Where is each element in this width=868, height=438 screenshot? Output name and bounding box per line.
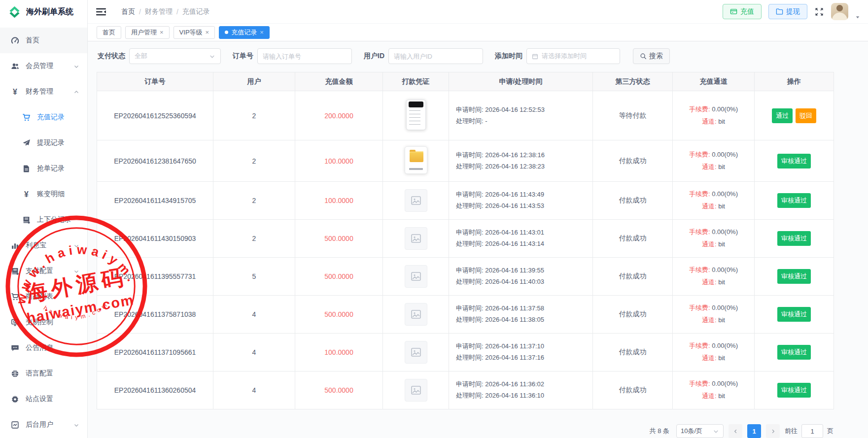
tab-vip-level[interactable]: VIP等级 bbox=[174, 26, 215, 39]
sidebar-item-admin-users[interactable]: 后台用户 bbox=[0, 412, 87, 438]
payment-voucher-thumbnail[interactable] bbox=[406, 100, 426, 130]
user-id: 5 bbox=[252, 272, 256, 280]
channel-value: bit bbox=[718, 316, 725, 324]
recharge-amount: 500.0000 bbox=[324, 386, 353, 394]
caret-down-icon[interactable] bbox=[855, 13, 860, 18]
action-success-button[interactable]: 审核通过 bbox=[777, 383, 811, 398]
action-warning-button[interactable]: 驳回 bbox=[796, 108, 816, 123]
chevron-down-icon bbox=[73, 422, 79, 428]
action-buttons: 审核通过 bbox=[755, 154, 833, 168]
search-button[interactable]: 搜索 bbox=[633, 48, 670, 64]
fee-label: 手续费: bbox=[689, 228, 710, 236]
payment-voucher-thumbnail[interactable] bbox=[405, 379, 427, 402]
sidebar-item-order-grab-records[interactable]: 抢单记录 bbox=[0, 156, 87, 181]
action-success-button[interactable]: 审核通过 bbox=[777, 307, 811, 322]
collapse-menu-icon[interactable] bbox=[96, 6, 106, 17]
process-time: 2026-04-16 11:37:16 bbox=[485, 354, 544, 361]
sidebar-item-members[interactable]: 会员管理 bbox=[0, 53, 87, 79]
image-placeholder-icon bbox=[405, 379, 427, 402]
close-icon[interactable] bbox=[160, 29, 164, 35]
sidebar-item-product-list[interactable]: 商品列表 bbox=[0, 284, 87, 309]
action-success-button[interactable]: 审核通过 bbox=[777, 154, 811, 168]
goto-page-input[interactable] bbox=[801, 424, 823, 438]
col-amount: 充值金额 bbox=[295, 72, 383, 91]
topbar-actions: 充值 提现 bbox=[723, 3, 860, 20]
recharge-table: 订单号 用户 充值金额 打款凭证 申请/处理时间 第三方状态 充值通道 操作 E… bbox=[88, 70, 868, 409]
payment-voucher-thumbnail[interactable] bbox=[405, 303, 427, 326]
sidebar-item-trade-control[interactable]: 交易控制 bbox=[0, 309, 87, 335]
action-success-button[interactable]: 审核通过 bbox=[777, 345, 811, 360]
svg-text:¥: ¥ bbox=[24, 190, 29, 199]
sidebar-item-score-records[interactable]: 上下分记录 bbox=[0, 207, 87, 233]
apply-time: 2026-04-16 11:39:55 bbox=[485, 267, 544, 274]
tab-home[interactable]: 首页 bbox=[97, 26, 121, 39]
add-time-datepicker[interactable]: 请选择添加时间 bbox=[526, 48, 620, 64]
pay-status-select[interactable]: 全部 bbox=[129, 48, 221, 64]
image-placeholder-icon bbox=[405, 189, 427, 212]
table-row: EP2026041611360260504 4 500.0000 申请时间: 2… bbox=[97, 371, 834, 409]
breadcrumb-home[interactable]: 首页 bbox=[121, 7, 135, 16]
sidebar-item-language-config[interactable]: 语言配置 bbox=[0, 361, 87, 386]
sidebar-item-recharge-records[interactable]: 充值记录 bbox=[0, 104, 87, 130]
sidebar-item-label: 后台用户 bbox=[26, 420, 53, 429]
action-buttons: 审核通过 bbox=[755, 383, 833, 398]
image-placeholder-icon bbox=[405, 303, 427, 326]
prev-page-button[interactable] bbox=[729, 424, 742, 438]
sidebar-item-label: 上下分记录 bbox=[37, 215, 71, 224]
payment-voucher-thumbnail[interactable] bbox=[405, 189, 427, 212]
fee-label: 手续费: bbox=[689, 342, 710, 349]
order-no: EP2026041611371095661 bbox=[114, 348, 196, 356]
sidebar-item-payment-config[interactable]: 支付配置 bbox=[0, 258, 87, 284]
recharge-amount: 100.0000 bbox=[324, 348, 353, 356]
apply-time: 2026-04-16 11:37:58 bbox=[485, 304, 544, 312]
payment-voucher-thumbnail[interactable] bbox=[405, 265, 427, 288]
action-success-button[interactable]: 审核通过 bbox=[777, 231, 811, 246]
breadcrumb-finance[interactable]: 财务管理 bbox=[145, 7, 173, 16]
sidebar-item-interest-bao[interactable]: 利息宝 bbox=[0, 233, 87, 258]
tab-user-management[interactable]: 用户管理 bbox=[125, 26, 170, 39]
channel-value: bit bbox=[718, 392, 725, 400]
close-icon[interactable] bbox=[260, 29, 264, 35]
app-title: 海外刷单系统 bbox=[26, 7, 73, 17]
action-success-button[interactable]: 审核通过 bbox=[777, 193, 811, 208]
cart-icon bbox=[22, 113, 31, 122]
sidebar-item-label: 交易控制 bbox=[26, 318, 53, 327]
payment-voucher-thumbnail[interactable] bbox=[405, 146, 427, 174]
order-no: EP2026041612381647650 bbox=[114, 157, 196, 165]
sidebar-item-announcements[interactable]: 公告消息 bbox=[0, 335, 87, 361]
page-unit-label: 页 bbox=[827, 427, 833, 436]
col-actions: 操作 bbox=[755, 72, 834, 91]
total-count: 共 8 条 bbox=[650, 427, 669, 436]
order-no-input[interactable] bbox=[263, 53, 347, 60]
sidebar-item-site-settings[interactable]: 站点设置 bbox=[0, 386, 87, 412]
recharge-amount: 100.0000 bbox=[324, 197, 353, 204]
user-id-input[interactable] bbox=[394, 53, 478, 60]
tab-recharge-records[interactable]: 充值记录 bbox=[219, 26, 270, 39]
apply-time-label: 申请时间: bbox=[456, 380, 484, 388]
sidebar-item-withdraw-records[interactable]: 提现记录 bbox=[0, 130, 87, 156]
col-status: 第三方状态 bbox=[593, 72, 673, 91]
logo[interactable]: 海外刷单系统 bbox=[0, 0, 87, 24]
payment-voucher-thumbnail[interactable] bbox=[405, 341, 427, 364]
next-page-button[interactable] bbox=[766, 424, 780, 438]
avatar[interactable] bbox=[831, 3, 848, 20]
action-success-button[interactable]: 通过 bbox=[772, 108, 793, 123]
calendar-icon bbox=[532, 53, 538, 60]
page-number-active[interactable]: 1 bbox=[747, 424, 761, 438]
app-logo-icon bbox=[8, 5, 21, 19]
sidebar-item-label: 语言配置 bbox=[26, 369, 53, 378]
payment-voucher-thumbnail[interactable] bbox=[405, 227, 427, 250]
action-success-button[interactable]: 审核通过 bbox=[777, 269, 811, 284]
sidebar-item-label: 提现记录 bbox=[37, 138, 65, 147]
fullscreen-icon[interactable] bbox=[814, 7, 824, 17]
sidebar-item-home[interactable]: 首页 bbox=[0, 28, 87, 53]
apply-time: 2026-04-16 11:43:49 bbox=[485, 191, 544, 198]
sidebar-item-balance-changes[interactable]: ¥ 账变明细 bbox=[0, 181, 87, 207]
process-time: 2026-04-16 11:36:10 bbox=[485, 392, 544, 399]
close-icon[interactable] bbox=[206, 29, 209, 35]
page-size-select[interactable]: 10条/页 bbox=[676, 424, 724, 438]
page-size-value: 10条/页 bbox=[681, 427, 702, 436]
withdraw-button[interactable]: 提现 bbox=[768, 4, 807, 19]
recharge-button[interactable]: 充值 bbox=[723, 4, 762, 19]
sidebar-item-finance[interactable]: ¥ 财务管理 bbox=[0, 79, 87, 104]
